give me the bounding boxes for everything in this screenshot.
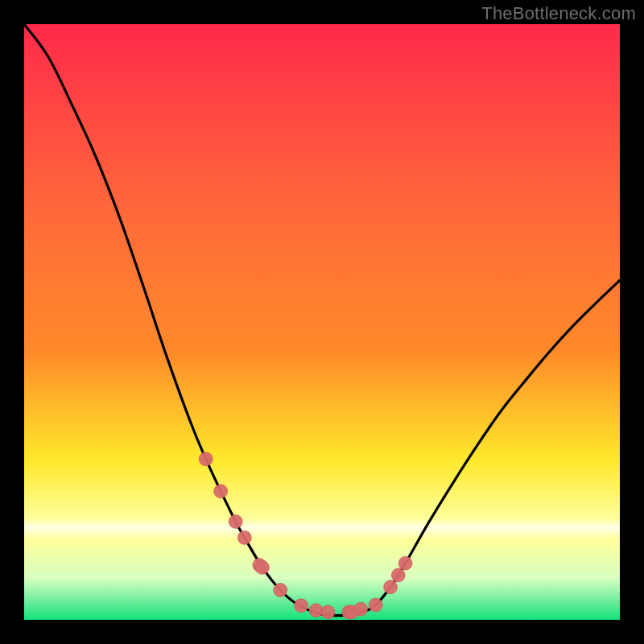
watermark-text: TheBottleneck.com xyxy=(481,3,636,24)
curve-marker xyxy=(237,530,251,544)
curve-marker xyxy=(321,605,335,619)
gradient-bg xyxy=(24,24,620,620)
plot-area xyxy=(24,24,620,620)
chart-frame: TheBottleneck.com xyxy=(0,0,644,644)
curve-marker xyxy=(398,556,412,570)
curve-marker xyxy=(295,599,308,613)
curve-marker xyxy=(256,560,270,574)
curve-marker xyxy=(391,568,405,582)
curve-marker xyxy=(229,514,242,528)
curve-marker xyxy=(309,604,323,617)
curve-marker xyxy=(354,602,368,616)
curve-marker xyxy=(214,485,228,498)
curve-marker xyxy=(274,584,287,597)
curve-marker xyxy=(369,598,382,612)
curve-marker xyxy=(384,580,398,594)
chart-svg xyxy=(24,24,620,620)
curve-marker xyxy=(199,452,213,466)
